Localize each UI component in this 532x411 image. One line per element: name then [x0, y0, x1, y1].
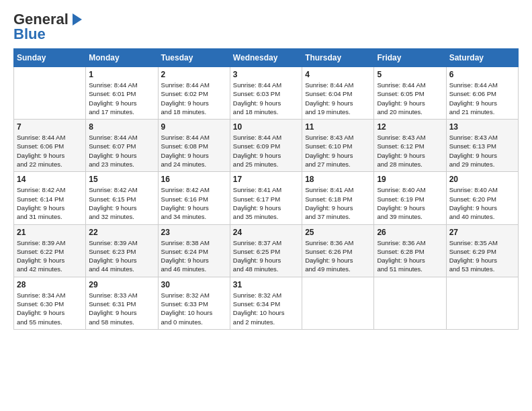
- day-info: Sunrise: 8:42 AM Sunset: 6:15 PM Dayligh…: [89, 185, 154, 221]
- day-number: 18: [305, 175, 371, 184]
- calendar-cell: 10Sunrise: 8:44 AM Sunset: 6:09 PM Dayli…: [230, 120, 302, 172]
- day-info: Sunrise: 8:33 AM Sunset: 6:31 PM Dayligh…: [89, 291, 154, 326]
- day-info: Sunrise: 8:32 AM Sunset: 6:33 PM Dayligh…: [161, 291, 227, 326]
- day-info: Sunrise: 8:44 AM Sunset: 6:05 PM Dayligh…: [377, 81, 443, 116]
- calendar-cell: 22Sunrise: 8:39 AM Sunset: 6:23 PM Dayli…: [86, 224, 158, 277]
- calendar-cell: 27Sunrise: 8:35 AM Sunset: 6:29 PM Dayli…: [446, 224, 518, 277]
- calendar-cell: 17Sunrise: 8:41 AM Sunset: 6:17 PM Dayli…: [230, 172, 302, 224]
- day-number: 11: [305, 122, 371, 132]
- day-info: Sunrise: 8:39 AM Sunset: 6:23 PM Dayligh…: [89, 238, 154, 274]
- calendar-cell: [446, 277, 518, 329]
- day-info: Sunrise: 8:44 AM Sunset: 6:02 PM Dayligh…: [161, 81, 227, 116]
- day-number: 16: [161, 175, 227, 184]
- calendar-cell: 14Sunrise: 8:42 AM Sunset: 6:14 PM Dayli…: [14, 172, 86, 224]
- calendar-cell: [14, 67, 86, 120]
- day-number: 5: [377, 70, 443, 79]
- day-number: 8: [89, 122, 154, 132]
- calendar-cell: 15Sunrise: 8:42 AM Sunset: 6:15 PM Dayli…: [86, 172, 158, 224]
- day-info: Sunrise: 8:44 AM Sunset: 6:03 PM Dayligh…: [233, 81, 299, 116]
- day-number: 14: [17, 175, 83, 184]
- calendar-cell: 4Sunrise: 8:44 AM Sunset: 6:04 PM Daylig…: [302, 67, 374, 120]
- day-number: 21: [17, 228, 83, 237]
- day-info: Sunrise: 8:35 AM Sunset: 6:29 PM Dayligh…: [449, 238, 515, 274]
- calendar-cell: 18Sunrise: 8:41 AM Sunset: 6:18 PM Dayli…: [302, 172, 374, 224]
- calendar-week-0: 1Sunrise: 8:44 AM Sunset: 6:01 PM Daylig…: [14, 67, 519, 120]
- day-number: 22: [89, 228, 154, 237]
- header-cell-sunday: Sunday: [14, 49, 86, 67]
- calendar-cell: 5Sunrise: 8:44 AM Sunset: 6:05 PM Daylig…: [374, 67, 446, 120]
- day-info: Sunrise: 8:44 AM Sunset: 6:06 PM Dayligh…: [449, 81, 515, 116]
- calendar-cell: 23Sunrise: 8:38 AM Sunset: 6:24 PM Dayli…: [158, 224, 230, 277]
- calendar-cell: 8Sunrise: 8:44 AM Sunset: 6:07 PM Daylig…: [86, 120, 158, 172]
- day-number: 3: [233, 70, 299, 79]
- day-info: Sunrise: 8:39 AM Sunset: 6:22 PM Dayligh…: [17, 238, 83, 274]
- calendar-table: SundayMondayTuesdayWednesdayThursdayFrid…: [13, 48, 519, 330]
- day-info: Sunrise: 8:43 AM Sunset: 6:12 PM Dayligh…: [377, 133, 443, 169]
- day-info: Sunrise: 8:43 AM Sunset: 6:13 PM Dayligh…: [449, 133, 515, 169]
- header-cell-saturday: Saturday: [446, 49, 518, 67]
- day-number: 30: [161, 280, 227, 289]
- day-number: 28: [17, 280, 83, 289]
- day-info: Sunrise: 8:44 AM Sunset: 6:07 PM Dayligh…: [89, 133, 154, 169]
- logo: General Blue: [13, 11, 82, 43]
- day-number: 1: [89, 70, 154, 79]
- header-cell-thursday: Thursday: [302, 49, 374, 67]
- day-info: Sunrise: 8:34 AM Sunset: 6:30 PM Dayligh…: [17, 291, 83, 326]
- header-cell-tuesday: Tuesday: [158, 49, 230, 67]
- day-number: 29: [89, 280, 154, 289]
- day-number: 13: [449, 122, 515, 132]
- logo-blue: Blue: [13, 26, 46, 43]
- header-row: SundayMondayTuesdayWednesdayThursdayFrid…: [14, 49, 519, 67]
- day-number: 9: [161, 122, 227, 132]
- day-info: Sunrise: 8:36 AM Sunset: 6:26 PM Dayligh…: [305, 238, 371, 274]
- header-cell-friday: Friday: [374, 49, 446, 67]
- calendar-cell: [302, 277, 374, 329]
- calendar-week-4: 28Sunrise: 8:34 AM Sunset: 6:30 PM Dayli…: [14, 277, 519, 329]
- day-info: Sunrise: 8:44 AM Sunset: 6:01 PM Dayligh…: [89, 81, 154, 116]
- calendar-week-3: 21Sunrise: 8:39 AM Sunset: 6:22 PM Dayli…: [14, 224, 519, 277]
- calendar-cell: 19Sunrise: 8:40 AM Sunset: 6:19 PM Dayli…: [374, 172, 446, 224]
- calendar-cell: 9Sunrise: 8:44 AM Sunset: 6:08 PM Daylig…: [158, 120, 230, 172]
- day-number: 10: [233, 122, 299, 132]
- day-info: Sunrise: 8:44 AM Sunset: 6:09 PM Dayligh…: [233, 133, 299, 169]
- calendar-cell: 21Sunrise: 8:39 AM Sunset: 6:22 PM Dayli…: [14, 224, 86, 277]
- calendar-cell: 11Sunrise: 8:43 AM Sunset: 6:10 PM Dayli…: [302, 120, 374, 172]
- calendar-cell: 29Sunrise: 8:33 AM Sunset: 6:31 PM Dayli…: [86, 277, 158, 329]
- calendar-cell: 26Sunrise: 8:36 AM Sunset: 6:28 PM Dayli…: [374, 224, 446, 277]
- day-info: Sunrise: 8:42 AM Sunset: 6:14 PM Dayligh…: [17, 185, 83, 221]
- day-info: Sunrise: 8:43 AM Sunset: 6:10 PM Dayligh…: [305, 133, 371, 169]
- day-number: 19: [377, 175, 443, 184]
- header-cell-wednesday: Wednesday: [230, 49, 302, 67]
- calendar-cell: 7Sunrise: 8:44 AM Sunset: 6:06 PM Daylig…: [14, 120, 86, 172]
- calendar-cell: 16Sunrise: 8:42 AM Sunset: 6:16 PM Dayli…: [158, 172, 230, 224]
- day-number: 12: [377, 122, 443, 132]
- calendar-cell: 31Sunrise: 8:32 AM Sunset: 6:34 PM Dayli…: [230, 277, 302, 329]
- calendar-cell: 3Sunrise: 8:44 AM Sunset: 6:03 PM Daylig…: [230, 67, 302, 120]
- day-number: 24: [233, 228, 299, 237]
- svg-marker-0: [73, 13, 82, 26]
- calendar-cell: 30Sunrise: 8:32 AM Sunset: 6:33 PM Dayli…: [158, 277, 230, 329]
- day-number: 23: [161, 228, 227, 237]
- day-number: 25: [305, 228, 371, 237]
- day-info: Sunrise: 8:37 AM Sunset: 6:25 PM Dayligh…: [233, 238, 299, 274]
- header: General Blue: [13, 11, 519, 43]
- day-number: 7: [17, 122, 83, 132]
- page: General Blue SundayMondayTuesdayWednesda…: [0, 0, 532, 340]
- day-number: 27: [449, 228, 515, 237]
- calendar-cell: 28Sunrise: 8:34 AM Sunset: 6:30 PM Dayli…: [14, 277, 86, 329]
- day-number: 2: [161, 70, 227, 79]
- day-info: Sunrise: 8:41 AM Sunset: 6:17 PM Dayligh…: [233, 185, 299, 221]
- header-cell-monday: Monday: [86, 49, 158, 67]
- calendar-cell: 2Sunrise: 8:44 AM Sunset: 6:02 PM Daylig…: [158, 67, 230, 120]
- day-number: 6: [449, 70, 515, 79]
- calendar-cell: 12Sunrise: 8:43 AM Sunset: 6:12 PM Dayli…: [374, 120, 446, 172]
- day-number: 4: [305, 70, 371, 79]
- day-info: Sunrise: 8:44 AM Sunset: 6:04 PM Dayligh…: [305, 81, 371, 116]
- calendar-cell: 24Sunrise: 8:37 AM Sunset: 6:25 PM Dayli…: [230, 224, 302, 277]
- day-info: Sunrise: 8:40 AM Sunset: 6:19 PM Dayligh…: [377, 185, 443, 221]
- day-number: 20: [449, 175, 515, 184]
- day-info: Sunrise: 8:42 AM Sunset: 6:16 PM Dayligh…: [161, 185, 227, 221]
- day-info: Sunrise: 8:44 AM Sunset: 6:08 PM Dayligh…: [161, 133, 227, 169]
- day-info: Sunrise: 8:41 AM Sunset: 6:18 PM Dayligh…: [305, 185, 371, 221]
- day-number: 15: [89, 175, 154, 184]
